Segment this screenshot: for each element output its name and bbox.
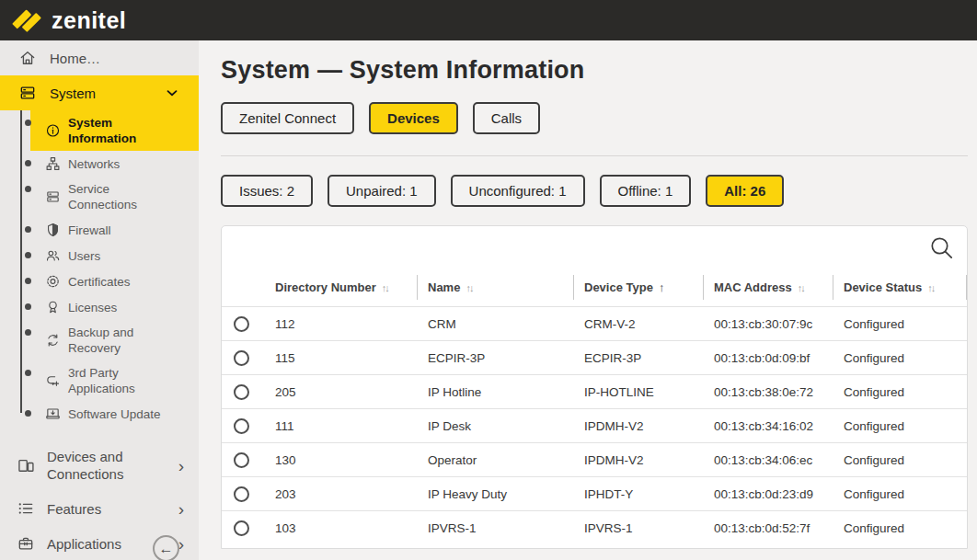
licenses-medal-icon (45, 300, 61, 315)
row-radio-button[interactable] (234, 316, 249, 332)
row-radio-button[interactable] (234, 452, 249, 468)
sidebar: Home… System System Information Networks (0, 40, 199, 560)
cell-device-type: IPVRS-1 (573, 521, 703, 535)
sidebar-item-system[interactable]: System (0, 75, 199, 110)
table-row[interactable]: 111 IP Desk IPDMH-V2 00:13:cb:34:16:02 C… (222, 408, 967, 442)
firewall-shield-icon (45, 223, 61, 238)
zenitel-logo[interactable]: zenitel (11, 6, 126, 34)
sidebar-item-label: System (50, 86, 96, 101)
cell-device-status: Configured (833, 453, 967, 467)
filter-issues-button[interactable]: Issues: 2 (221, 175, 313, 207)
cell-device-status: Configured (833, 487, 967, 501)
sidebar-item-label: Networks (68, 156, 120, 172)
sidebar-item-networks[interactable]: Networks (0, 151, 199, 177)
zenitel-logo-icon (11, 6, 42, 34)
sidebar-item-licenses[interactable]: Licenses (0, 294, 199, 320)
cell-mac-address: 00:13:cb:0d:09:bf (703, 351, 833, 365)
sort-icon[interactable]: ↑↓ (798, 282, 806, 293)
cell-directory-number: 103 (264, 521, 417, 535)
cell-device-status: Configured (833, 385, 967, 399)
main-content: System — System Information Zenitel Conn… (199, 40, 977, 560)
sort-icon[interactable]: ↑↓ (382, 282, 390, 293)
sidebar-item-service-connections[interactable]: Service Connections (0, 177, 199, 217)
sidebar-item-label: Features (47, 500, 101, 518)
home-icon (18, 49, 37, 67)
column-header-device-type[interactable]: Device Type ↑ (573, 269, 703, 306)
table-row[interactable]: 112 CRM CRM-V-2 00:13:cb:30:07:9c Config… (222, 306, 967, 340)
chevron-right-icon: › (178, 500, 184, 518)
cell-device-type: IP-HOTLINE (573, 385, 703, 399)
network-icon (45, 156, 61, 172)
software-update-icon (45, 406, 61, 422)
cell-device-type: IPDMH-V2 (573, 419, 703, 433)
row-radio-button[interactable] (234, 350, 249, 366)
cell-mac-address: 00:13:cb:0d:23:d9 (703, 487, 833, 501)
table-row[interactable]: 203 IP Heavy Duty IPHDT-Y 00:13:cb:0d:23… (222, 476, 967, 510)
cell-name: IP Heavy Duty (417, 487, 573, 501)
column-label: Name (428, 280, 460, 294)
sort-icon[interactable]: ↑↓ (927, 282, 936, 293)
sidebar-item-3rd-party-applications[interactable]: 3rd Party Applications (0, 360, 199, 401)
backup-refresh-icon (45, 333, 61, 349)
cell-directory-number: 112 (264, 317, 417, 331)
filter-offline-button[interactable]: Offline: 1 (600, 175, 692, 207)
cell-name: IP Hotline (417, 385, 573, 399)
sidebar-item-label: Certificates (68, 274, 131, 290)
cell-directory-number: 130 (264, 453, 417, 467)
cell-name: ECPIR-3P (417, 351, 573, 365)
cell-name: IP Desk (417, 419, 573, 433)
sidebar-item-users[interactable]: Users (0, 243, 199, 269)
column-header-mac-address[interactable]: MAC Address ↑↓ (703, 269, 833, 306)
back-arrow-icon: ← (159, 542, 174, 556)
cell-mac-address: 00:13:cb:34:06:ec (703, 453, 833, 467)
top-bar: zenitel (0, 0, 977, 40)
sidebar-item-label: Licenses (68, 300, 117, 315)
column-header-directory-number[interactable]: Directory Number ↑↓ (264, 269, 417, 306)
sidebar-item-firewall[interactable]: Firewall (0, 217, 199, 243)
sidebar-collapse-button[interactable]: ← (153, 535, 179, 560)
features-list-icon (17, 499, 35, 518)
row-radio-button[interactable] (234, 520, 249, 536)
column-header-name[interactable]: Name ↑↓ (417, 269, 573, 306)
cell-mac-address: 00:13:cb:34:16:02 (703, 419, 833, 433)
column-label: Device Type (584, 280, 653, 294)
sort-ascending-icon[interactable]: ↑ (659, 280, 667, 294)
table-toolbar (222, 226, 967, 269)
chevron-down-icon (164, 85, 180, 101)
table-header-row: Directory Number ↑↓ Name ↑↓ Device Type … (222, 269, 967, 306)
cell-mac-address: 00:13:cb:0d:52:7f (703, 521, 833, 535)
sidebar-item-devices-and-connections[interactable]: Devices and Connections › (0, 440, 199, 491)
row-radio-button[interactable] (234, 418, 249, 434)
tab-devices[interactable]: Devices (369, 102, 458, 134)
filter-unpaired-button[interactable]: Unpaired: 1 (328, 175, 436, 207)
system-icon (18, 84, 37, 102)
search-icon[interactable] (929, 235, 954, 260)
filter-unconfigured-button[interactable]: Unconfigured: 1 (451, 175, 585, 207)
cell-device-status: Configured (833, 317, 967, 331)
sidebar-item-home[interactable]: Home… (0, 40, 199, 75)
sidebar-item-software-update[interactable]: Software Update (0, 401, 199, 427)
column-header-device-status[interactable]: Device Status ↑↓ (833, 269, 967, 306)
table-row[interactable]: 130 Operator IPDMH-V2 00:13:cb:34:06:ec … (222, 442, 967, 476)
tab-zenitel-connect[interactable]: Zenitel Connect (221, 102, 354, 134)
sort-icon[interactable]: ↑↓ (466, 282, 474, 293)
cell-name: CRM (417, 317, 573, 331)
sidebar-item-features[interactable]: Features › (0, 491, 199, 526)
cell-mac-address: 00:13:cb:30:07:9c (703, 317, 833, 331)
sidebar-item-label: Backup and Recovery (68, 325, 171, 356)
tab-calls[interactable]: Calls (473, 102, 540, 134)
row-radio-button[interactable] (234, 486, 249, 502)
sidebar-item-system-information[interactable]: System Information (0, 110, 199, 151)
row-radio-button[interactable] (234, 384, 249, 400)
table-row[interactable]: 205 IP Hotline IP-HOTLINE 00:13:cb:38:0e… (222, 374, 967, 408)
cell-device-status: Configured (833, 419, 967, 433)
sidebar-item-certificates[interactable]: Certificates (0, 269, 199, 294)
table-row[interactable]: 115 ECPIR-3P ECPIR-3P 00:13:cb:0d:09:bf … (222, 340, 967, 374)
applications-toolbox-icon (17, 534, 35, 553)
table-row[interactable]: 103 IPVRS-1 IPVRS-1 00:13:cb:0d:52:7f Co… (222, 510, 967, 544)
filter-all-button[interactable]: All: 26 (706, 175, 784, 207)
brand-name: zenitel (52, 7, 126, 34)
cell-device-type: IPDMH-V2 (573, 453, 703, 467)
sidebar-item-backup-recovery[interactable]: Backup and Recovery (0, 320, 199, 360)
sidebar-item-label: Home… (50, 51, 100, 66)
